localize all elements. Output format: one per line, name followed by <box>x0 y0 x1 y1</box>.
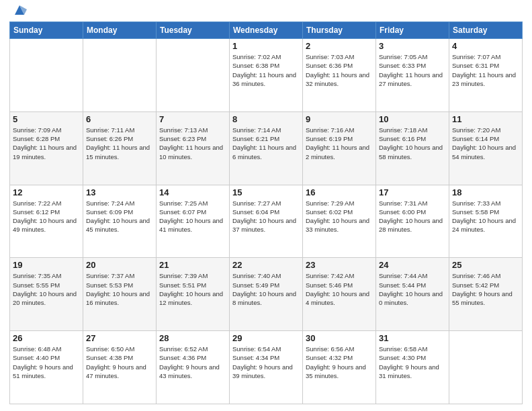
day-info: Sunrise: 7:29 AM Sunset: 6:02 PM Dayligh… <box>306 199 373 234</box>
day-number: 31 <box>379 333 446 343</box>
calendar-week-row: 26Sunrise: 6:48 AM Sunset: 4:40 PM Dayli… <box>10 331 523 404</box>
day-number: 9 <box>306 114 373 124</box>
logo-icon <box>12 3 27 17</box>
calendar-cell: 16Sunrise: 7:29 AM Sunset: 6:02 PM Dayli… <box>303 185 376 258</box>
day-number: 5 <box>13 114 80 124</box>
day-number: 20 <box>86 260 153 270</box>
day-number: 24 <box>379 260 446 270</box>
calendar-cell <box>10 39 83 112</box>
day-number: 18 <box>452 187 519 197</box>
calendar-cell: 9Sunrise: 7:16 AM Sunset: 6:19 PM Daylig… <box>303 111 376 185</box>
day-number: 22 <box>232 260 300 270</box>
day-info: Sunrise: 7:03 AM Sunset: 6:36 PM Dayligh… <box>306 52 373 88</box>
day-info: Sunrise: 7:13 AM Sunset: 6:23 PM Dayligh… <box>159 126 226 161</box>
calendar-cell: 5Sunrise: 7:09 AM Sunset: 6:28 PM Daylig… <box>10 111 83 185</box>
day-info: Sunrise: 7:35 AM Sunset: 5:55 PM Dayligh… <box>13 271 80 307</box>
calendar-weekday-header: Wednesday <box>230 22 303 39</box>
day-info: Sunrise: 7:09 AM Sunset: 6:28 PM Dayligh… <box>13 126 80 161</box>
calendar-cell: 24Sunrise: 7:44 AM Sunset: 5:44 PM Dayli… <box>376 258 449 331</box>
calendar-cell: 17Sunrise: 7:31 AM Sunset: 6:00 PM Dayli… <box>376 185 449 258</box>
logo <box>9 9 27 17</box>
day-info: Sunrise: 6:50 AM Sunset: 4:38 PM Dayligh… <box>86 345 153 380</box>
calendar-cell: 19Sunrise: 7:35 AM Sunset: 5:55 PM Dayli… <box>10 258 83 331</box>
day-number: 6 <box>86 114 153 124</box>
calendar-week-row: 5Sunrise: 7:09 AM Sunset: 6:28 PM Daylig… <box>10 111 523 185</box>
day-info: Sunrise: 7:31 AM Sunset: 6:00 PM Dayligh… <box>379 199 446 234</box>
day-number: 17 <box>379 187 446 197</box>
calendar-weekday-header: Friday <box>376 22 449 39</box>
day-number: 11 <box>452 114 519 124</box>
day-info: Sunrise: 7:33 AM Sunset: 5:58 PM Dayligh… <box>452 199 519 234</box>
day-info: Sunrise: 6:56 AM Sunset: 4:32 PM Dayligh… <box>306 345 373 380</box>
calendar-weekday-header: Saturday <box>449 22 523 39</box>
calendar-cell: 22Sunrise: 7:40 AM Sunset: 5:49 PM Dayli… <box>230 258 303 331</box>
calendar-cell: 10Sunrise: 7:18 AM Sunset: 6:16 PM Dayli… <box>376 111 449 185</box>
day-number: 13 <box>86 187 153 197</box>
calendar-cell: 20Sunrise: 7:37 AM Sunset: 5:53 PM Dayli… <box>83 258 157 331</box>
day-number: 26 <box>13 333 80 343</box>
calendar-cell: 30Sunrise: 6:56 AM Sunset: 4:32 PM Dayli… <box>303 331 376 404</box>
day-number: 14 <box>159 187 226 197</box>
day-number: 2 <box>306 41 373 51</box>
day-number: 7 <box>159 114 226 124</box>
calendar-cell: 13Sunrise: 7:24 AM Sunset: 6:09 PM Dayli… <box>83 185 157 258</box>
day-info: Sunrise: 7:22 AM Sunset: 6:12 PM Dayligh… <box>13 199 80 234</box>
day-number: 23 <box>306 260 373 270</box>
calendar-cell: 4Sunrise: 7:07 AM Sunset: 6:31 PM Daylig… <box>449 39 523 112</box>
calendar-cell: 3Sunrise: 7:05 AM Sunset: 6:33 PM Daylig… <box>376 39 449 112</box>
calendar-weekday-header: Tuesday <box>157 22 230 39</box>
calendar-cell: 6Sunrise: 7:11 AM Sunset: 6:26 PM Daylig… <box>83 111 157 185</box>
calendar-cell: 12Sunrise: 7:22 AM Sunset: 6:12 PM Dayli… <box>10 185 83 258</box>
calendar-weekday-header: Sunday <box>10 22 83 39</box>
day-info: Sunrise: 7:37 AM Sunset: 5:53 PM Dayligh… <box>86 271 153 307</box>
calendar-cell: 18Sunrise: 7:33 AM Sunset: 5:58 PM Dayli… <box>449 185 523 258</box>
day-info: Sunrise: 6:54 AM Sunset: 4:34 PM Dayligh… <box>232 345 300 380</box>
calendar-cell <box>449 331 523 404</box>
day-info: Sunrise: 7:44 AM Sunset: 5:44 PM Dayligh… <box>379 271 446 307</box>
calendar-cell: 26Sunrise: 6:48 AM Sunset: 4:40 PM Dayli… <box>10 331 83 404</box>
calendar-week-row: 12Sunrise: 7:22 AM Sunset: 6:12 PM Dayli… <box>10 185 523 258</box>
calendar-weekday-header: Monday <box>83 22 157 39</box>
day-number: 4 <box>452 41 519 51</box>
day-info: Sunrise: 6:52 AM Sunset: 4:36 PM Dayligh… <box>159 345 226 380</box>
calendar-cell: 14Sunrise: 7:25 AM Sunset: 6:07 PM Dayli… <box>157 185 230 258</box>
calendar-cell: 7Sunrise: 7:13 AM Sunset: 6:23 PM Daylig… <box>157 111 230 185</box>
calendar-cell: 8Sunrise: 7:14 AM Sunset: 6:21 PM Daylig… <box>230 111 303 185</box>
day-number: 15 <box>232 187 300 197</box>
calendar-cell: 11Sunrise: 7:20 AM Sunset: 6:14 PM Dayli… <box>449 111 523 185</box>
day-info: Sunrise: 7:18 AM Sunset: 6:16 PM Dayligh… <box>379 126 446 161</box>
calendar-cell: 15Sunrise: 7:27 AM Sunset: 6:04 PM Dayli… <box>230 185 303 258</box>
day-number: 10 <box>379 114 446 124</box>
day-info: Sunrise: 7:46 AM Sunset: 5:42 PM Dayligh… <box>452 271 519 307</box>
calendar-table: SundayMondayTuesdayWednesdayThursdayFrid… <box>9 21 523 404</box>
day-number: 19 <box>13 260 80 270</box>
calendar-week-row: 19Sunrise: 7:35 AM Sunset: 5:55 PM Dayli… <box>10 258 523 331</box>
calendar-week-row: 1Sunrise: 7:02 AM Sunset: 6:38 PM Daylig… <box>10 39 523 112</box>
calendar-cell: 27Sunrise: 6:50 AM Sunset: 4:38 PM Dayli… <box>83 331 157 404</box>
day-info: Sunrise: 6:48 AM Sunset: 4:40 PM Dayligh… <box>13 345 80 380</box>
day-number: 8 <box>232 114 300 124</box>
day-info: Sunrise: 7:27 AM Sunset: 6:04 PM Dayligh… <box>232 199 300 234</box>
day-info: Sunrise: 7:42 AM Sunset: 5:46 PM Dayligh… <box>306 271 373 307</box>
calendar-cell: 28Sunrise: 6:52 AM Sunset: 4:36 PM Dayli… <box>157 331 230 404</box>
day-number: 30 <box>306 333 373 343</box>
calendar-weekday-header: Thursday <box>303 22 376 39</box>
day-number: 16 <box>306 187 373 197</box>
calendar-cell: 23Sunrise: 7:42 AM Sunset: 5:46 PM Dayli… <box>303 258 376 331</box>
day-number: 1 <box>232 41 300 51</box>
calendar-cell: 2Sunrise: 7:03 AM Sunset: 6:36 PM Daylig… <box>303 39 376 112</box>
calendar-cell: 29Sunrise: 6:54 AM Sunset: 4:34 PM Dayli… <box>230 331 303 404</box>
calendar-cell: 25Sunrise: 7:46 AM Sunset: 5:42 PM Dayli… <box>449 258 523 331</box>
day-info: Sunrise: 7:25 AM Sunset: 6:07 PM Dayligh… <box>159 199 226 234</box>
day-info: Sunrise: 6:58 AM Sunset: 4:30 PM Dayligh… <box>379 345 446 380</box>
day-number: 21 <box>159 260 226 270</box>
day-info: Sunrise: 7:40 AM Sunset: 5:49 PM Dayligh… <box>232 271 300 307</box>
header <box>9 7 523 17</box>
calendar-cell <box>157 39 230 112</box>
calendar-cell <box>83 39 157 112</box>
day-number: 12 <box>13 187 80 197</box>
day-number: 25 <box>452 260 519 270</box>
calendar-cell: 1Sunrise: 7:02 AM Sunset: 6:38 PM Daylig… <box>230 39 303 112</box>
day-info: Sunrise: 7:39 AM Sunset: 5:51 PM Dayligh… <box>159 271 226 307</box>
calendar-cell: 31Sunrise: 6:58 AM Sunset: 4:30 PM Dayli… <box>376 331 449 404</box>
